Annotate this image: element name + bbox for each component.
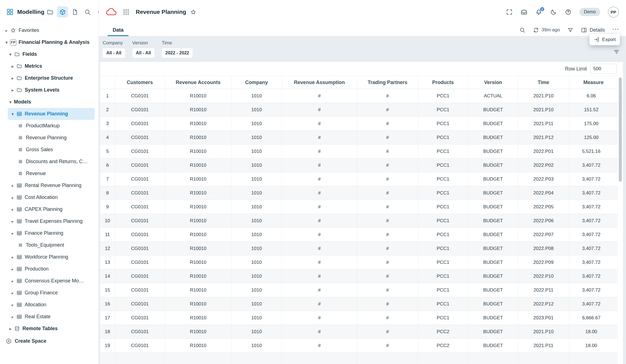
sidebar-item-revenue-planning[interactable]: ▾Revenue Planning: [8, 108, 95, 120]
filter-settings-icon[interactable]: [613, 49, 620, 55]
chevron-right-icon[interactable]: ▸: [11, 219, 15, 224]
sidebar-item-favorites[interactable]: ▸Favorites: [0, 24, 99, 36]
chevron-right-icon[interactable]: ▸: [8, 327, 12, 331]
chevron-right-icon[interactable]: ▸: [11, 195, 15, 200]
details-button[interactable]: Details: [581, 27, 605, 33]
user-avatar[interactable]: PP: [608, 7, 619, 17]
table-row[interactable]: 13CG0101R100101010##PCC1BUDGET2022.P093,…: [100, 256, 618, 269]
sidebar-item-travel-expenses-planning[interactable]: ▸Travel Expenses Planning: [0, 215, 99, 227]
table-row[interactable]: 3CG0101R100101010##PCC1BUDGET2021.P11175…: [100, 117, 618, 131]
chevron-down-icon[interactable]: ▾: [8, 100, 12, 104]
chevron-down-icon[interactable]: ▾: [4, 40, 9, 45]
table-row[interactable]: 14CG0101R100101010##PCC1BUDGET2022.P103,…: [100, 269, 618, 283]
column-header-version[interactable]: Version: [468, 76, 518, 89]
refresh-button[interactable]: 39m ago: [533, 27, 560, 33]
table-row[interactable]: 7CG0101R100101010##PCC1BUDGET2022.P033,4…: [100, 172, 618, 186]
column-header-revenue-assumption[interactable]: Revenue Assumption: [282, 76, 357, 89]
table-row[interactable]: 5CG0101R100101010##PCC1BUDGET2022.P015,5…: [100, 145, 618, 158]
table-row[interactable]: 11CG0101R100101010##PCC1BUDGET2022.P073,…: [100, 228, 618, 242]
folders-button[interactable]: [44, 6, 55, 17]
chevron-right-icon[interactable]: ▸: [11, 267, 15, 271]
models-button[interactable]: [57, 6, 68, 17]
sidebar-item-productmarkup[interactable]: ProductMarkup: [0, 120, 99, 132]
sidebar-item-production[interactable]: ▸Production: [0, 263, 99, 275]
table-row[interactable]: 17CG0101R100101010##PCC1BUDGET2023.P016,…: [100, 311, 618, 325]
vertical-scrollbar[interactable]: [619, 77, 622, 182]
chevron-right-icon[interactable]: ▸: [11, 64, 15, 69]
filter-funnel-icon[interactable]: [567, 27, 574, 33]
chevron-right-icon[interactable]: ▸: [11, 88, 15, 92]
table-row[interactable]: 16CG0101R100101010##PCC1BUDGET2022.P123,…: [100, 297, 618, 311]
sidebar-item-fields[interactable]: ▾Fields: [0, 48, 99, 60]
table-row[interactable]: 6CG0101R100101010##PCC1BUDGET2022.P023,4…: [100, 158, 618, 172]
sidebar-item-capex-planning[interactable]: ▸CAPEX Planning: [0, 203, 99, 215]
column-header-measure[interactable]: Measure: [569, 76, 618, 89]
column-header-trading-partners[interactable]: Trading Partners: [357, 76, 418, 89]
chevron-right-icon[interactable]: ▸: [11, 291, 15, 295]
sidebar-item-models[interactable]: ▾Models: [0, 96, 99, 108]
column-header-time[interactable]: Time: [518, 76, 569, 89]
sidebar-item-enterprise-structure[interactable]: ▸Enterprise Structure: [0, 72, 99, 84]
search-icon[interactable]: [519, 27, 526, 33]
app-launcher-icon[interactable]: [123, 9, 130, 16]
sidebar-item-gross-sales[interactable]: Gross Sales: [0, 144, 99, 156]
sidebar-item-discounts-and-returns-c[interactable]: Discounts and Returns, C…: [0, 156, 99, 168]
chevron-right-icon[interactable]: ▸: [11, 231, 15, 236]
table-row[interactable]: 4CG0101R100101010##PCC1BUDGET2021.P12125…: [100, 131, 618, 145]
dark-mode-button[interactable]: [550, 9, 557, 16]
favorite-star-icon[interactable]: [190, 9, 196, 15]
table-row[interactable]: 9CG0101R100101010##PCC1BUDGET2022.P053,4…: [100, 200, 618, 214]
export-menu-item[interactable]: Export: [589, 34, 620, 45]
filter-chip[interactable]: All - All: [103, 48, 125, 58]
chevron-right-icon[interactable]: ▸: [11, 76, 15, 80]
table-row[interactable]: 8CG0101R100101010##PCC1BUDGET2022.P043,4…: [100, 186, 618, 200]
sidebar-item-cost-allocation[interactable]: ▸Cost Allocation: [0, 191, 99, 203]
more-menu-button[interactable]: ⋯: [612, 26, 619, 34]
filter-chip[interactable]: 2022 - 2022: [162, 48, 193, 58]
column-header-revenue-accounts[interactable]: Revenue Accounts: [165, 76, 231, 89]
sidebar-item-rental-revenue-planning[interactable]: ▸Rental Revenue Planning: [0, 180, 99, 191]
chevron-right-icon[interactable]: ▸: [11, 255, 15, 259]
filter-chip[interactable]: All - All: [132, 48, 155, 58]
sidebar-item-system-levels[interactable]: ▸System Levels: [0, 84, 99, 96]
column-header-customers[interactable]: Customers: [115, 76, 165, 89]
sidebar-item-financial-planning-analysis[interactable]: ▾FPFinancial Planning & Analysis: [0, 36, 99, 48]
create-space-button[interactable]: Create Space: [0, 335, 99, 347]
sidebar-item-group-finance[interactable]: ▸Group Finance: [0, 287, 99, 299]
chevron-right-icon[interactable]: ▸: [11, 303, 15, 307]
inbox-button[interactable]: [521, 9, 527, 16]
chevron-right-icon[interactable]: ▸: [11, 183, 15, 188]
chevron-right-icon[interactable]: ▸: [4, 28, 9, 33]
sidebar-item-metrics[interactable]: ▸Metrics: [0, 60, 99, 72]
sidebar-item-allocation[interactable]: ▸Allocation: [0, 299, 99, 311]
column-header-products[interactable]: Products: [418, 76, 468, 89]
chevron-down-icon[interactable]: ▾: [11, 112, 15, 116]
sidebar-item-consensus-expense-mo[interactable]: ▸Consensus Expense Mo…: [0, 275, 99, 287]
table-row[interactable]: 10CG0101R100101010##PCC1BUDGET2022.P063,…: [100, 214, 618, 228]
notifications-button[interactable]: 0: [535, 9, 542, 16]
sidebar-item-real-estate[interactable]: ▸Real Estate: [0, 311, 99, 323]
row-limit-input[interactable]: [590, 64, 617, 74]
chevron-right-icon[interactable]: ▸: [11, 279, 15, 283]
sidebar-item-remote-tables[interactable]: ▸Remote Tables: [0, 323, 99, 335]
sidebar-item-tools-equipment[interactable]: Tools_Equipment: [0, 239, 99, 251]
fullscreen-button[interactable]: [506, 9, 513, 16]
table-row[interactable]: 18CG0101R100101010##PCC2BUDGET2021.P1018…: [100, 325, 618, 339]
column-header-company[interactable]: Company: [231, 76, 282, 89]
chevron-right-icon[interactable]: ▸: [11, 207, 15, 212]
table-row[interactable]: 15CG0101R100101010##PCC1BUDGET2022.P113,…: [100, 283, 618, 297]
table-row[interactable]: 2CG0101R100101010##PCC1BUDGET2021.P10151…: [100, 103, 618, 117]
table-row[interactable]: 12CG0101R100101010##PCC1BUDGET2022.P083,…: [100, 242, 618, 256]
documents-button[interactable]: [69, 6, 80, 17]
tab-data[interactable]: Data: [108, 24, 128, 36]
search-button[interactable]: [82, 6, 93, 17]
chevron-down-icon[interactable]: ▾: [8, 52, 12, 57]
chevron-right-icon[interactable]: ▸: [11, 315, 15, 319]
sidebar-item-workforce-planning[interactable]: ▸Workforce Planning: [0, 251, 99, 263]
sidebar-item-finance-planning[interactable]: ▸Finance Planning: [0, 227, 99, 239]
table-row[interactable]: 19CG0101R100101010##PCC2BUDGET2021.P1118…: [100, 339, 618, 353]
table-row[interactable]: 1CG0101R100101010##PCC1ACTUAL2021.P106.0…: [100, 89, 618, 103]
help-button[interactable]: [565, 9, 572, 16]
sidebar-item-revenue[interactable]: Revenue: [0, 168, 99, 180]
sidebar-item-revenue-planning[interactable]: Revenue Planning: [0, 132, 99, 144]
